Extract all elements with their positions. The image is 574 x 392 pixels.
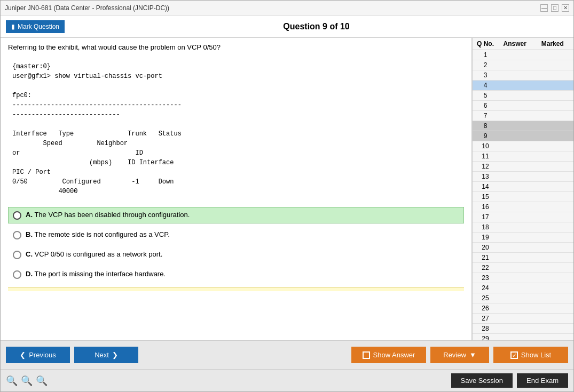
main-content: Referring to the exhibit, what would cau… — [1, 38, 573, 340]
session-controls: Save Session End Exam — [451, 373, 568, 388]
sidebar-col-marked: Marked — [534, 40, 572, 47]
mark-question-button[interactable]: ▮ Mark Question — [6, 20, 65, 33]
maximize-button[interactable]: □ — [551, 4, 559, 12]
previous-button[interactable]: ❮ Previous — [6, 347, 70, 363]
sidebar-row-15[interactable]: 15 — [473, 192, 573, 202]
question-area: Referring to the exhibit, what would cau… — [1, 38, 472, 340]
next-button[interactable]: Next ❯ — [74, 347, 138, 363]
zoom-out-icon: 🔍 — [6, 375, 18, 386]
previous-label: Previous — [29, 351, 56, 359]
sidebar-header: Q No. Answer Marked — [473, 38, 573, 50]
sidebar-row-27[interactable]: 27 — [473, 314, 573, 324]
title-bar: Juniper JN0-681 (Data Center - Professio… — [1, 1, 573, 15]
chevron-right-icon: ❯ — [112, 351, 118, 359]
window-title: Juniper JN0-681 (Data Center - Professio… — [5, 4, 169, 12]
sidebar-row-20[interactable]: 20 — [473, 243, 573, 253]
sidebar-col-qno: Q No. — [475, 40, 496, 47]
sidebar-row-25[interactable]: 25 — [473, 293, 573, 303]
end-exam-label: End Exam — [526, 377, 559, 385]
option-b-radio — [13, 231, 21, 239]
sidebar-col-answer: Answer — [496, 40, 534, 47]
sidebar-scroll[interactable]: 1 2 3 4 5 6 7 8 9 10 11 12 13 14 15 16 1… — [473, 50, 573, 340]
option-c-radio — [13, 251, 21, 259]
yellow-divider — [8, 287, 464, 291]
sidebar: Q No. Answer Marked 1 2 3 4 5 6 7 8 9 10… — [472, 38, 573, 340]
options-area: A. The VCP has been disabled through con… — [8, 207, 464, 283]
sidebar-row-9[interactable]: 9 — [473, 131, 573, 141]
chevron-left-icon: ❮ — [20, 351, 26, 359]
option-d-label: D. The port is missing the interface har… — [26, 270, 166, 278]
option-b-label: B. The remote side is not configured as … — [26, 230, 170, 238]
sidebar-row-17[interactable]: 17 — [473, 212, 573, 222]
sidebar-row-11[interactable]: 11 — [473, 151, 573, 162]
show-list-label: Show List — [521, 351, 551, 359]
next-label: Next — [95, 351, 109, 359]
sidebar-row-5[interactable]: 5 — [473, 91, 573, 101]
bookmark-icon: ▮ — [11, 23, 15, 30]
option-d[interactable]: D. The port is missing the interface har… — [8, 266, 464, 283]
sidebar-row-26[interactable]: 26 — [473, 303, 573, 314]
code-exhibit: {master:0} user@gfx1> show virtual-chass… — [8, 58, 464, 201]
sidebar-row-21[interactable]: 21 — [473, 253, 573, 263]
sidebar-row-6[interactable]: 6 — [473, 101, 573, 111]
end-exam-button[interactable]: End Exam — [517, 373, 568, 388]
show-list-check-icon: ✓ — [510, 351, 518, 359]
sidebar-row-8[interactable]: 8 — [473, 121, 573, 131]
sidebar-row-3[interactable]: 3 — [473, 70, 573, 81]
footer-bar: 🔍 🔍 🔍 Save Session End Exam — [1, 369, 573, 391]
option-c[interactable]: C. VCP 0/50 is configured as a network p… — [8, 246, 464, 263]
zoom-out-button[interactable]: 🔍 — [6, 375, 18, 387]
save-session-label: Save Session — [461, 377, 504, 385]
toolbar: ▮ Mark Question Question 9 of 10 — [1, 15, 573, 38]
review-dropdown-icon: ▼ — [469, 351, 476, 359]
sidebar-row-7[interactable]: 7 — [473, 111, 573, 121]
bottom-bar: ❮ Previous Next ❯ Show Answer Review ▼ ✓… — [1, 340, 573, 369]
zoom-reset-button[interactable]: 🔍 — [21, 375, 33, 387]
sidebar-row-1[interactable]: 1 — [473, 50, 573, 60]
option-b[interactable]: B. The remote side is not configured as … — [8, 227, 464, 243]
show-answer-label: Show Answer — [373, 351, 415, 359]
show-answer-checkbox-icon — [363, 351, 370, 359]
close-button[interactable]: ✕ — [562, 4, 569, 12]
option-d-radio — [13, 270, 21, 279]
option-a[interactable]: A. The VCP has been disabled through con… — [8, 207, 464, 223]
sidebar-row-23[interactable]: 23 — [473, 273, 573, 283]
sidebar-row-22[interactable]: 22 — [473, 263, 573, 273]
sidebar-row-19[interactable]: 19 — [473, 233, 573, 243]
option-c-label: C. VCP 0/50 is configured as a network p… — [26, 250, 162, 258]
window-controls: — □ ✕ — [540, 4, 569, 12]
sidebar-row-14[interactable]: 14 — [473, 182, 573, 192]
option-a-radio — [13, 211, 21, 220]
sidebar-row-4[interactable]: 4 — [473, 81, 573, 91]
zoom-in-button[interactable]: 🔍 — [36, 375, 48, 387]
sidebar-row-24[interactable]: 24 — [473, 283, 573, 293]
question-title: Question 9 of 10 — [65, 22, 568, 31]
sidebar-row-28[interactable]: 28 — [473, 324, 573, 334]
review-button[interactable]: Review ▼ — [430, 347, 489, 363]
zoom-reset-icon: 🔍 — [21, 375, 33, 386]
zoom-in-icon: 🔍 — [36, 375, 48, 386]
show-list-button[interactable]: ✓ Show List — [493, 347, 568, 363]
sidebar-row-29[interactable]: 29 — [473, 334, 573, 340]
sidebar-row-12[interactable]: 12 — [473, 162, 573, 172]
sidebar-row-2[interactable]: 2 — [473, 60, 573, 70]
option-a-label: A. The VCP has been disabled through con… — [26, 211, 190, 219]
mark-question-label: Mark Question — [18, 23, 59, 30]
save-session-button[interactable]: Save Session — [451, 373, 513, 388]
sidebar-row-10[interactable]: 10 — [473, 141, 573, 151]
question-text: Referring to the exhibit, what would cau… — [8, 43, 464, 51]
sidebar-row-16[interactable]: 16 — [473, 202, 573, 212]
sidebar-row-13[interactable]: 13 — [473, 172, 573, 182]
sidebar-row-18[interactable]: 18 — [473, 222, 573, 233]
zoom-controls: 🔍 🔍 🔍 — [6, 375, 48, 387]
review-label: Review — [443, 351, 466, 359]
show-answer-button[interactable]: Show Answer — [351, 347, 426, 363]
minimize-button[interactable]: — — [540, 4, 548, 12]
main-window: Juniper JN0-681 (Data Center - Professio… — [0, 0, 574, 392]
